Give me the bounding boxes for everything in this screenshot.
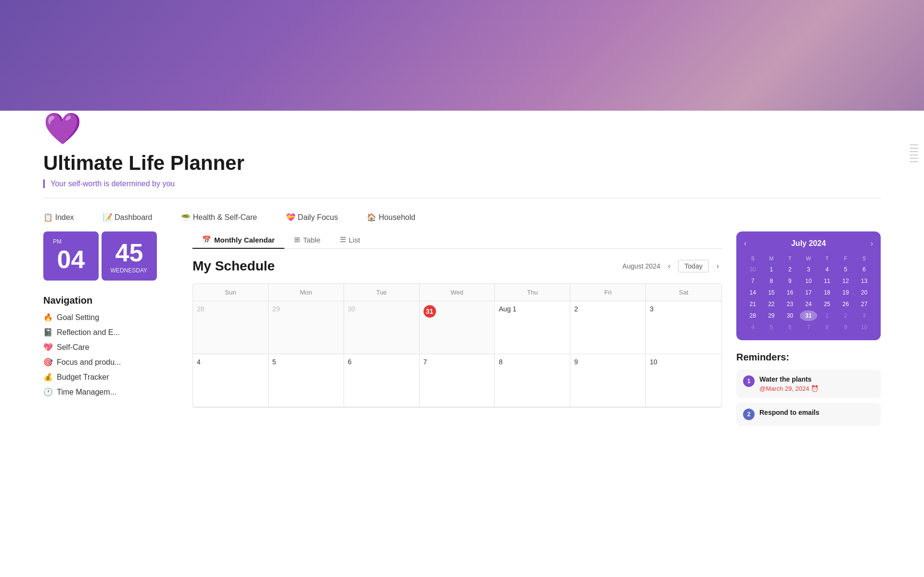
mini-cal-day[interactable]: 25 <box>818 299 836 309</box>
clock-minute-value: 45 <box>116 238 143 267</box>
reminder-name-2: Respond to emails <box>759 409 874 416</box>
reminder-content-2: Respond to emails <box>759 409 874 418</box>
mini-cal-day[interactable]: 7 <box>744 276 762 286</box>
focus-icon: 🎯 <box>43 358 53 367</box>
clock-hour-value: 04 <box>57 245 85 274</box>
table-row[interactable]: 30 <box>344 301 420 354</box>
mini-cal-day[interactable]: 3 <box>855 310 873 321</box>
reminder-date-1: @March 29, 2024 ⏰ <box>759 385 874 392</box>
monthly-cal-icon: 📅 <box>202 235 211 244</box>
mini-cal-day[interactable]: 18 <box>818 287 836 298</box>
mini-cal-day[interactable]: 30 <box>744 264 762 275</box>
prev-month-button[interactable]: ‹ <box>665 261 673 271</box>
mini-cal-day[interactable]: 24 <box>800 299 818 309</box>
reminder-num-2: 2 <box>743 409 755 420</box>
mini-cal-day[interactable]: 20 <box>855 287 873 298</box>
mini-cal-day[interactable]: 21 <box>744 299 762 309</box>
table-row[interactable]: 8 <box>495 354 570 407</box>
mini-cal-day[interactable]: 29 <box>763 310 781 321</box>
mini-cal-day[interactable]: 3 <box>800 264 818 275</box>
nav-list-item-reflection[interactable]: 📓 Reflection and E... <box>43 328 178 337</box>
mini-cal-day[interactable]: 2 <box>837 310 855 321</box>
table-row[interactable]: 9 <box>570 354 646 407</box>
mini-next-button[interactable]: › <box>871 239 873 248</box>
mini-cal-day[interactable]: 26 <box>837 299 855 309</box>
mini-cal-day[interactable]: 13 <box>855 276 873 286</box>
nav-item-health[interactable]: 🥗 Health & Self-Care <box>181 213 257 222</box>
mini-cal-day[interactable]: 10 <box>855 322 873 333</box>
tab-list[interactable]: ☰ List <box>330 231 370 249</box>
mini-day-header-w: W <box>800 254 818 263</box>
main-layout: PM 04 45 WEDNESDAY Navigation 🔥 Goal Set… <box>43 231 881 450</box>
mini-cal-day[interactable]: 8 <box>818 322 836 333</box>
mini-cal-day[interactable]: 5 <box>763 322 781 333</box>
clock-day-label: WEDNESDAY <box>109 267 149 274</box>
mini-cal-day-selected[interactable]: 31 <box>800 310 818 321</box>
tab-bar: 📅 Monthly Calendar ⊞ Table ☰ List <box>192 231 722 249</box>
table-row[interactable]: 3 <box>646 301 721 354</box>
nav-list-item-time[interactable]: 🕐 Time Managem... <box>43 387 178 397</box>
mini-cal-day[interactable]: 17 <box>800 287 818 298</box>
nav-list-item-focus[interactable]: 🎯 Focus and produ... <box>43 358 178 367</box>
mini-cal-day[interactable]: 11 <box>818 276 836 286</box>
tab-monthly-calendar[interactable]: 📅 Monthly Calendar <box>192 231 284 249</box>
mini-day-header-m: M <box>763 254 781 263</box>
next-month-button[interactable]: › <box>714 261 722 271</box>
scrollbar[interactable] <box>910 144 918 162</box>
mini-cal-day[interactable]: 7 <box>800 322 818 333</box>
mini-cal-day[interactable]: 16 <box>781 287 799 298</box>
mini-cal-day[interactable]: 19 <box>837 287 855 298</box>
mini-day-header-t: T <box>781 254 799 263</box>
nav-item-daily-focus[interactable]: 💝 Daily Focus <box>286 213 338 222</box>
center-area: 📅 Monthly Calendar ⊞ Table ☰ List My Sch… <box>192 231 722 431</box>
mini-cal-day[interactable]: 2 <box>781 264 799 275</box>
nav-list-item-self-care[interactable]: 💖 Self-Care <box>43 343 178 352</box>
mini-cal-day[interactable]: 14 <box>744 287 762 298</box>
nav-list-item-goal-setting[interactable]: 🔥 Goal Setting <box>43 313 178 322</box>
table-row[interactable]: Aug 1 <box>495 301 570 354</box>
goal-setting-label: Goal Setting <box>57 313 99 322</box>
focus-label: Focus and produ... <box>57 358 121 367</box>
list-label: List <box>349 236 360 244</box>
table-row[interactable]: 5 <box>269 354 344 407</box>
mini-cal-day[interactable]: 4 <box>818 264 836 275</box>
mini-cal-day[interactable]: 23 <box>781 299 799 309</box>
mini-cal-day[interactable]: 27 <box>855 299 873 309</box>
table-row[interactable]: 6 <box>344 354 420 407</box>
nav-item-household[interactable]: 🏠 Household <box>367 213 415 222</box>
calendar-grid: Sun Mon Tue Wed Thu Fri Sat 28 29 30 31 … <box>192 283 722 408</box>
table-row[interactable]: 28 <box>193 301 269 354</box>
table-row[interactable]: 31 <box>420 301 495 354</box>
table-row[interactable]: 2 <box>570 301 646 354</box>
nav-list-item-budget[interactable]: 💰 Budget Tracker <box>43 372 178 382</box>
mini-cal-day[interactable]: 1 <box>763 264 781 275</box>
mini-cal-day[interactable]: 9 <box>781 276 799 286</box>
mini-cal-day[interactable]: 8 <box>763 276 781 286</box>
reminder-item-2: 2 Respond to emails <box>736 403 881 426</box>
today-button[interactable]: Today <box>678 260 708 272</box>
mini-cal-day[interactable]: 6 <box>855 264 873 275</box>
mini-cal-day[interactable]: 9 <box>837 322 855 333</box>
mini-cal-day[interactable]: 10 <box>800 276 818 286</box>
table-row[interactable]: 10 <box>646 354 721 407</box>
mini-cal-day[interactable]: 28 <box>744 310 762 321</box>
tab-table[interactable]: ⊞ Table <box>284 231 330 249</box>
table-row[interactable]: 4 <box>193 354 269 407</box>
nav-item-index[interactable]: 📋 Index <box>43 213 74 222</box>
page-title: Ultimate Life Planner <box>43 152 881 175</box>
mini-cal-day[interactable]: 5 <box>837 264 855 275</box>
mini-cal-day[interactable]: 1 <box>818 310 836 321</box>
clock-minute-display: 45 WEDNESDAY <box>102 231 157 281</box>
mini-cal-grid: S M T W T F S 30 1 2 3 4 5 6 7 <box>744 254 873 333</box>
mini-cal-day[interactable]: 30 <box>781 310 799 321</box>
mini-cal-day[interactable]: 12 <box>837 276 855 286</box>
mini-day-header-f: F <box>837 254 855 263</box>
mini-prev-button[interactable]: ‹ <box>744 239 746 248</box>
mini-cal-day[interactable]: 6 <box>781 322 799 333</box>
nav-item-dashboard[interactable]: 📝 Dashboard <box>103 213 153 222</box>
mini-cal-day[interactable]: 15 <box>763 287 781 298</box>
table-row[interactable]: 7 <box>420 354 495 407</box>
mini-cal-day[interactable]: 22 <box>763 299 781 309</box>
table-row[interactable]: 29 <box>269 301 344 354</box>
mini-cal-day[interactable]: 4 <box>744 322 762 333</box>
